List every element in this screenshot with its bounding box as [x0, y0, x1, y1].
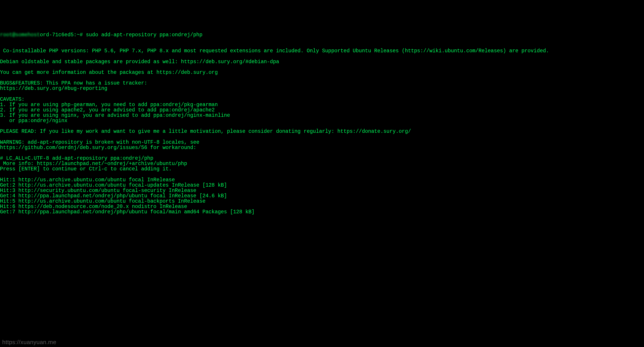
- output-line: Hit:6 https://deb.nodesource.com/node_20…: [0, 204, 644, 209]
- prompt-line: root@somehostord-71c6ed5:~# sudo add-apt…: [0, 32, 644, 38]
- output-line: 1. If you are using php-gearman, you nee…: [0, 102, 644, 107]
- prompt-suffix: ord-71c6ed5:~#: [40, 32, 86, 38]
- command-text: sudo add-apt-repository ppa:ondrej/php: [86, 32, 202, 38]
- output-line: You can get more information about the p…: [0, 70, 644, 75]
- output-line: More info: https://launchpad.net/~ondrej…: [0, 161, 644, 166]
- output-line: [0, 172, 644, 177]
- output-line: Hit:5 http://us.archive.ubuntu.com/ubunt…: [0, 199, 644, 204]
- output-line: # LC_ALL=C.UTF-8 add-apt-repository ppa:…: [0, 156, 644, 161]
- output-line: https://github.com/oerdnj/deb.sury.org/i…: [0, 145, 644, 150]
- output-line: Hit:3 http://security.ubuntu.com/ubuntu …: [0, 188, 644, 193]
- output-line: or ppa:ondrej/nginx: [0, 118, 644, 123]
- output-line: CAVEATS:: [0, 97, 644, 102]
- output-line: [0, 134, 644, 140]
- output-line: Debian oldstable and stable packages are…: [0, 59, 644, 65]
- output-line: [0, 54, 644, 59]
- output-line: 3. If you are using nginx, you are advis…: [0, 113, 644, 118]
- output-line: Get:2 http://us.archive.ubuntu.com/ubunt…: [0, 183, 644, 188]
- output-line: Get:4 http://ppa.launchpad.net/ondrej/ph…: [0, 193, 644, 199]
- terminal-output: Co-installable PHP versions: PHP 5.6, PH…: [0, 48, 644, 215]
- output-line: BUGS&FEATURES: This PPA now has a issue …: [0, 81, 644, 86]
- prompt-host-blurred: root@somehost: [0, 32, 40, 38]
- output-line: [0, 75, 644, 81]
- output-line: Hit:1 http://us.archive.ubuntu.com/ubunt…: [0, 177, 644, 183]
- terminal-window[interactable]: root@somehostord-71c6ed5:~# sudo add-apt…: [0, 22, 644, 220]
- output-line: Co-installable PHP versions: PHP 5.6, PH…: [0, 48, 644, 54]
- output-line: WARNING: add-apt-repository is broken wi…: [0, 140, 644, 145]
- output-line: 2. If you are using apache2, you are adv…: [0, 107, 644, 113]
- output-line: Get:7 http://ppa.launchpad.net/ondrej/ph…: [0, 209, 644, 215]
- output-line: https://deb.sury.org/#bug-reporting: [0, 86, 644, 91]
- output-line: Press [ENTER] to continue or Ctrl-c to c…: [0, 166, 644, 172]
- output-line: PLEASE READ: If you like my work and wan…: [0, 129, 644, 134]
- output-line: [0, 65, 644, 70]
- output-line: [0, 123, 644, 129]
- watermark-text: https://xuanyuan.me: [2, 339, 56, 345]
- output-line: [0, 91, 644, 97]
- output-line: [0, 150, 644, 156]
